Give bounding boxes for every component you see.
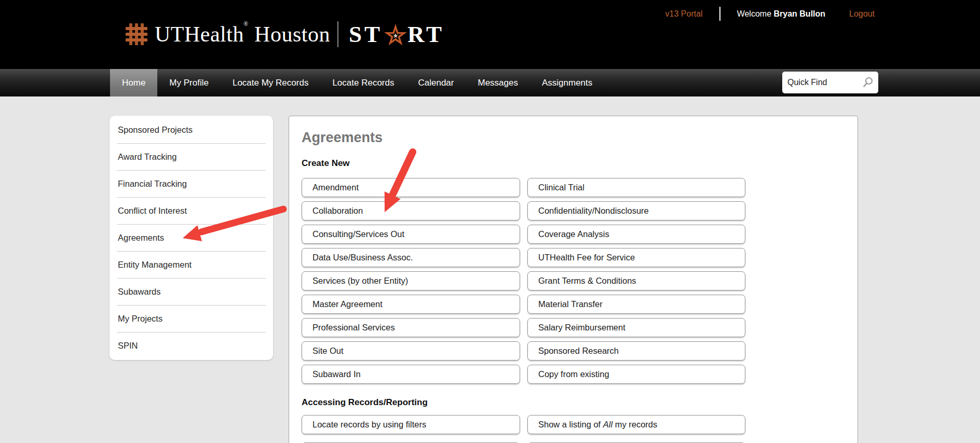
accessing-records-heading: Accessing Records/Reporting	[302, 397, 857, 408]
create-new-button-grid: Amendment Clinical Trial Collaboration C…	[302, 178, 857, 384]
create-confidentiality-button[interactable]: Confidentiality/Nondisclosure	[527, 201, 745, 220]
registered-mark: ®	[243, 20, 248, 28]
locate-records-filters-button[interactable]: Locate records by using filters	[302, 415, 520, 434]
user-name: Bryan Bullon	[774, 9, 826, 18]
sidebar-menu: Sponsored Projects Award Tracking Financ…	[110, 116, 273, 360]
top-links-divider	[719, 7, 720, 21]
sidebar-item-entity-management[interactable]: Entity Management	[117, 252, 266, 279]
sidebar-item-financial-tracking[interactable]: Financial Tracking	[117, 171, 266, 198]
brand-logo: UTHealth® Houston ST RT	[125, 15, 444, 54]
search-icon[interactable]	[862, 76, 874, 89]
start-text-suffix: RT	[407, 21, 444, 48]
logout-link[interactable]: Logout	[849, 9, 875, 19]
create-amendment-button[interactable]: Amendment	[302, 178, 520, 197]
sidebar-item-sponsored-projects[interactable]: Sponsored Projects	[117, 117, 266, 144]
create-consulting-services-out-button[interactable]: Consulting/Services Out	[302, 225, 520, 244]
copy-from-existing-button[interactable]: Copy from existing	[527, 365, 745, 384]
nav-item-assignments[interactable]: Assignments	[530, 69, 604, 96]
top-header-band: UTHealth® Houston ST RT v13 Portal Welco…	[0, 0, 980, 69]
create-salary-reimbursement-button[interactable]: Salary Reimbursement	[527, 318, 745, 337]
brand-name-city: Houston	[249, 22, 330, 47]
create-new-heading: Create New	[302, 158, 857, 169]
page-title: Agreements	[302, 130, 857, 146]
create-site-out-button[interactable]: Site Out	[302, 341, 520, 361]
nav-item-locate-records[interactable]: Locate Records	[320, 69, 406, 96]
main-nav: Home My Profile Locate My Records Locate…	[0, 69, 980, 96]
top-links: v13 Portal Welcome Bryan Bullon Logout	[665, 7, 875, 21]
show-all-italic: All	[603, 420, 612, 430]
sidebar-item-spin[interactable]: SPIN	[117, 333, 266, 359]
sidebar-item-my-projects[interactable]: My Projects	[117, 306, 266, 333]
create-material-transfer-button[interactable]: Material Transfer	[527, 295, 745, 314]
brand-name: UTHealth	[155, 22, 244, 47]
create-subaward-in-button[interactable]: Subaward In	[302, 365, 520, 384]
sidebar-item-agreements[interactable]: Agreements	[117, 225, 266, 252]
nav-item-home[interactable]: Home	[110, 69, 157, 96]
create-grant-terms-button[interactable]: Grant Terms & Conditions	[527, 271, 745, 290]
star-icon	[383, 23, 408, 48]
create-sponsored-research-button[interactable]: Sponsored Research	[527, 341, 745, 361]
sidebar-item-subawards[interactable]: Subawards	[117, 279, 266, 306]
create-data-use-button[interactable]: Data Use/Business Assoc.	[302, 248, 520, 267]
sidebar-item-conflict-of-interest[interactable]: Conflict of Interest	[117, 198, 266, 225]
sidebar-item-award-tracking[interactable]: Award Tracking	[117, 144, 266, 171]
accessing-button-grid: Locate records by using filters Show a l…	[302, 415, 857, 443]
start-logo: ST RT	[349, 21, 444, 48]
create-professional-services-button[interactable]: Professional Services	[302, 318, 520, 337]
start-text-prefix: ST	[349, 21, 383, 48]
create-coverage-analysis-button[interactable]: Coverage Analysis	[527, 225, 745, 244]
portal-link[interactable]: v13 Portal	[665, 9, 703, 19]
welcome-prefix: Welcome	[737, 9, 774, 18]
content-area: Sponsored Projects Award Tracking Financ…	[0, 96, 980, 443]
nav-item-my-profile[interactable]: My Profile	[157, 69, 221, 96]
quick-find-input[interactable]	[787, 78, 856, 87]
show-all-prefix: Show a listing of	[538, 420, 603, 430]
uthealth-weave-icon	[125, 22, 148, 46]
agreements-panel: Agreements Create New Amendment Clinical…	[289, 116, 858, 443]
show-all-records-button[interactable]: Show a listing of All my records	[527, 415, 745, 434]
logo-divider	[337, 21, 338, 47]
show-all-suffix: my records	[612, 420, 657, 430]
create-collaboration-button[interactable]: Collaboration	[302, 201, 520, 220]
nav-item-locate-my-records[interactable]: Locate My Records	[221, 69, 320, 96]
welcome-text: Welcome Bryan Bullon	[737, 9, 825, 19]
create-services-other-entity-button[interactable]: Services (by other Entity)	[302, 271, 520, 290]
nav-item-calendar[interactable]: Calendar	[406, 69, 466, 96]
create-master-agreement-button[interactable]: Master Agreement	[302, 295, 520, 314]
create-clinical-trial-button[interactable]: Clinical Trial	[527, 178, 745, 197]
create-uthealth-fee-button[interactable]: UTHealth Fee for Service	[527, 248, 745, 267]
quick-find-box	[782, 72, 878, 93]
nav-item-messages[interactable]: Messages	[466, 69, 529, 96]
